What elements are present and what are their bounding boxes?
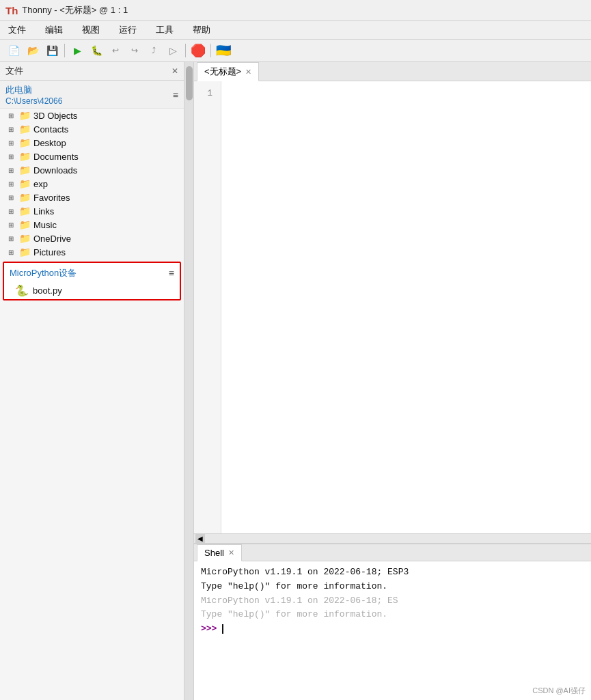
shell-area: Shell ✕ MicroPython v1.19.1 on 2022-06-1… — [194, 543, 591, 700]
folder-item-onedrive[interactable]: ⊞ 📁 OneDrive — [0, 232, 184, 245]
file-panel-header: 文件 ✕ — [0, 62, 184, 81]
menu-view[interactable]: 视图 — [78, 23, 104, 38]
menu-edit[interactable]: 编辑 — [41, 23, 67, 38]
menu-bar: 文件 编辑 视图 运行 工具 帮助 — [0, 21, 591, 40]
folder-item-music[interactable]: ⊞ 📁 Music — [0, 218, 184, 232]
folder-item-contacts[interactable]: ⊞ 📁 Contacts — [0, 122, 184, 136]
pc-section-title: 此电脑 — [5, 84, 62, 96]
folder-icon: 📁 — [19, 151, 31, 162]
micropython-section: MicroPython设备 ≡ 🐍 boot.py — [3, 262, 181, 300]
folder-icon: 📁 — [19, 247, 31, 257]
file-panel-close[interactable]: ✕ — [171, 66, 178, 76]
shell-tab-close[interactable]: ✕ — [228, 548, 234, 557]
open-file-button[interactable]: 📂 — [25, 42, 41, 59]
expand-icon: ⊞ — [8, 139, 16, 147]
pc-section-header: 此电脑 C:\Users\42066 ≡ — [0, 81, 184, 109]
editor-area: <无标题> ✕ 1 — [194, 62, 591, 533]
editor-tab-close-button[interactable]: ✕ — [245, 68, 251, 76]
file-panel-title: 文件 — [5, 65, 23, 77]
folder-icon: 📁 — [19, 110, 31, 121]
shell-line-2: Type "help()" for more information. — [201, 580, 584, 594]
sidebar-scrollbar[interactable] — [184, 62, 194, 700]
line-number-1: 1 — [202, 87, 212, 100]
folder-name: 3D Objects — [33, 111, 77, 121]
horizontal-scrollbar[interactable]: ◀ — [194, 533, 591, 543]
folder-icon: 📁 — [19, 178, 31, 189]
shell-line-3: MicroPython v1.19.1 on 2022-06-18; ES — [201, 594, 584, 608]
shell-tab[interactable]: Shell ✕ — [197, 544, 242, 561]
resume-button[interactable]: ▷ — [165, 42, 181, 59]
stop-button[interactable]: 🛑 — [190, 42, 206, 59]
micropython-file-bootpy[interactable]: 🐍 boot.py — [4, 282, 180, 299]
pc-section-path: C:\Users\42066 — [5, 96, 62, 106]
file-panel: 文件 ✕ 此电脑 C:\Users\42066 ≡ ⊞ 📁 3D Objects… — [0, 62, 184, 700]
editor-tab-bar: <无标题> ✕ — [194, 62, 591, 81]
python-file-icon: 🐍 — [15, 284, 29, 297]
expand-icon: ⊞ — [8, 126, 16, 133]
folder-name: Desktop — [33, 138, 66, 148]
new-file-button[interactable]: 📄 — [5, 42, 22, 59]
flag-button[interactable]: 🇺🇦 — [215, 42, 232, 59]
micropython-header: MicroPython设备 ≡ — [4, 263, 180, 282]
folder-name: Pictures — [33, 247, 66, 257]
sidebar-scroll-thumb — [186, 66, 193, 100]
folder-name: Music — [33, 220, 57, 230]
folder-name: Links — [33, 206, 54, 216]
folder-item-favorites[interactable]: ⊞ 📁 Favorites — [0, 191, 184, 204]
expand-icon: ⊞ — [8, 221, 16, 229]
expand-icon: ⊞ — [8, 194, 16, 201]
step-over-button[interactable]: ↩ — [107, 42, 124, 59]
line-numbers: 1 — [194, 81, 221, 533]
toolbar-separator-1 — [64, 44, 65, 57]
folder-name: Documents — [33, 152, 79, 162]
folder-name: OneDrive — [33, 234, 71, 244]
expand-icon: ⊞ — [8, 112, 16, 120]
menu-run[interactable]: 运行 — [115, 23, 141, 38]
expand-icon: ⊞ — [8, 208, 16, 215]
title-bar: Th Thonny - <无标题> @ 1 : 1 — [0, 0, 591, 21]
code-area[interactable] — [221, 81, 591, 533]
run-button[interactable]: ▶ — [69, 42, 85, 59]
shell-prompt-line: >>> — [201, 622, 584, 636]
editor-tab-label: <无标题> — [204, 66, 241, 78]
right-area: <无标题> ✕ 1 ◀ Shell — [184, 62, 591, 700]
folder-item-exp[interactable]: ⊞ 📁 exp — [0, 177, 184, 191]
toolbar-separator-2 — [185, 44, 186, 57]
folder-icon: 📁 — [19, 165, 31, 176]
pc-section-info: 此电脑 C:\Users\42066 — [5, 84, 62, 106]
debug-button[interactable]: 🐛 — [88, 42, 105, 59]
menu-tools[interactable]: 工具 — [152, 23, 178, 38]
shell-content[interactable]: MicroPython v1.19.1 on 2022-06-18; ESP3 … — [194, 561, 591, 700]
folder-icon: 📁 — [19, 233, 31, 244]
folder-item-downloads[interactable]: ⊞ 📁 Downloads — [0, 163, 184, 177]
save-file-button[interactable]: 💾 — [44, 42, 60, 59]
folder-icon: 📁 — [19, 219, 31, 230]
folder-item-pictures[interactable]: ⊞ 📁 Pictures — [0, 245, 184, 259]
shell-prompt: >>> — [201, 624, 222, 634]
editor-tab-untitled[interactable]: <无标题> ✕ — [197, 62, 259, 81]
folder-icon: 📁 — [19, 206, 31, 216]
folder-icon: 📁 — [19, 137, 31, 148]
file-list: 此电脑 C:\Users\42066 ≡ ⊞ 📁 3D Objects ⊞ 📁 … — [0, 81, 184, 700]
expand-icon: ⊞ — [8, 249, 16, 256]
shell-tab-bar: Shell ✕ — [194, 544, 591, 561]
expand-icon: ⊞ — [8, 153, 16, 160]
folder-item-links[interactable]: ⊞ 📁 Links — [0, 204, 184, 218]
scroll-left-button[interactable]: ◀ — [195, 534, 205, 544]
shell-cursor — [222, 624, 223, 634]
step-out-button[interactable]: ⤴ — [146, 42, 162, 59]
menu-help[interactable]: 帮助 — [189, 23, 215, 38]
folder-icon: 📁 — [19, 124, 31, 135]
menu-file[interactable]: 文件 — [4, 23, 30, 38]
folder-item-desktop[interactable]: ⊞ 📁 Desktop — [0, 136, 184, 150]
shell-tab-label: Shell — [204, 548, 224, 558]
step-into-button[interactable]: ↪ — [126, 42, 143, 59]
micropython-menu-icon[interactable]: ≡ — [169, 268, 174, 279]
folder-icon: 📁 — [19, 192, 31, 203]
folder-item-3dobjects[interactable]: ⊞ 📁 3D Objects — [0, 109, 184, 122]
app-icon: Th — [5, 5, 18, 16]
folder-name: Favorites — [33, 193, 70, 203]
expand-icon: ⊞ — [8, 167, 16, 174]
folder-item-documents[interactable]: ⊞ 📁 Documents — [0, 150, 184, 163]
pc-section-menu-icon[interactable]: ≡ — [173, 89, 178, 100]
